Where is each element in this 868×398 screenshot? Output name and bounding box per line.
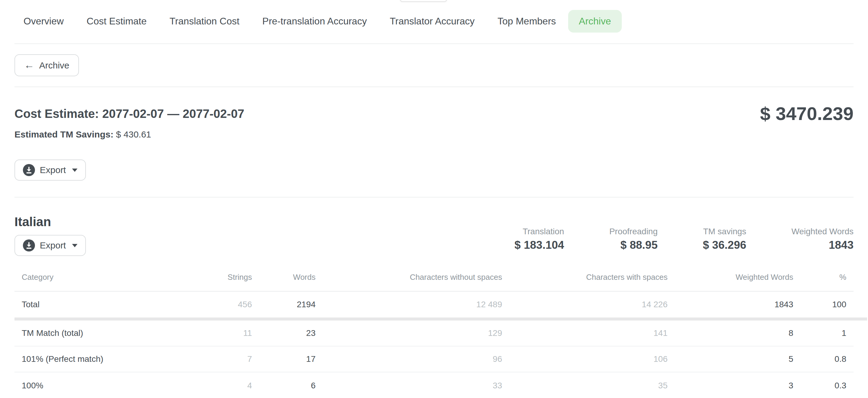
stat-value: 1843 [792, 239, 854, 252]
tab-translation-cost[interactable]: Translation Cost [159, 10, 250, 33]
cell-words: 2194 [252, 300, 315, 309]
cell-chars-without-spaces: 12 489 [315, 300, 502, 309]
cell-chars-without-spaces: 33 [315, 381, 502, 391]
stat-label: Proofreading [610, 226, 658, 237]
column-header-percent: % [793, 256, 854, 291]
cell-category: Total [14, 300, 183, 309]
language-stats: Translation $ 183.104 Proofreading $ 88.… [515, 226, 854, 252]
report-header: Cost Estimate: 2077-02-07 — 2077-02-07 E… [14, 87, 854, 181]
column-header-category: Category [14, 256, 183, 291]
tooltip-remnant [400, 0, 447, 2]
tab-top-members[interactable]: Top Members [487, 10, 567, 33]
stat-label: TM savings [703, 226, 746, 237]
report-export-button[interactable]: Export [14, 159, 86, 181]
cell-chars-with-spaces: 14 226 [502, 300, 668, 309]
cell-percent: 100 [793, 300, 854, 309]
stat-tm-savings: TM savings $ 36.296 [703, 226, 746, 252]
table-row-100: 100% 4 6 33 35 3 0.3 [14, 372, 854, 398]
chevron-down-icon [72, 244, 78, 247]
tab-overview[interactable]: Overview [13, 10, 74, 33]
report-tabs: Overview Cost Estimate Translation Cost … [0, 0, 868, 33]
table-row-101-perfect-match: 101% (Perfect match) 7 17 96 106 5 0.8 [14, 346, 854, 372]
tm-savings-line: Estimated TM Savings: $ 430.61 [14, 129, 244, 140]
back-to-archive-button[interactable]: ← Archive [14, 54, 79, 76]
table-row-tm-match-total: TM Match (total) 11 23 129 141 8 1 [14, 320, 854, 346]
cell-strings: 7 [183, 354, 252, 364]
table-header-row: Category Strings Words Characters withou… [14, 256, 854, 292]
cell-percent: 1 [793, 328, 854, 338]
cell-category: 101% (Perfect match) [14, 354, 183, 364]
tab-archive[interactable]: Archive [568, 10, 622, 33]
language-export-button[interactable]: Export [14, 235, 86, 256]
language-section: Italian Export Translation $ 183.104 Pro… [14, 197, 854, 256]
cell-weighted-words: 1843 [668, 300, 793, 309]
export-button-label: Export [40, 165, 66, 175]
language-header-left: Italian Export [14, 197, 86, 256]
cell-words: 17 [252, 354, 315, 364]
cell-percent: 0.8 [793, 354, 854, 364]
chevron-down-icon [72, 169, 78, 172]
column-header-strings: Strings [183, 256, 252, 291]
column-header-words: Words [252, 256, 315, 291]
column-header-chars-without-spaces: Characters without spaces [315, 256, 502, 291]
cell-weighted-words: 5 [668, 354, 793, 364]
cell-category: 100% [14, 381, 183, 391]
section-separator-band [14, 317, 867, 320]
arrow-left-icon: ← [24, 60, 34, 70]
tab-pre-translation-accuracy[interactable]: Pre-translation Accuracy [251, 10, 378, 33]
download-circle-icon [23, 164, 35, 176]
tabs-divider [14, 43, 854, 44]
cell-chars-without-spaces: 96 [315, 354, 502, 364]
tab-translator-accuracy[interactable]: Translator Accuracy [379, 10, 486, 33]
cell-chars-with-spaces: 106 [502, 354, 668, 364]
stat-translation: Translation $ 183.104 [515, 226, 564, 252]
cell-strings: 4 [183, 381, 252, 391]
export-button-label: Export [40, 240, 66, 250]
tm-savings-value: $ 430.61 [116, 129, 151, 139]
report-header-left: Cost Estimate: 2077-02-07 — 2077-02-07 E… [14, 87, 244, 181]
cell-words: 23 [252, 328, 315, 338]
cell-chars-with-spaces: 141 [502, 328, 668, 338]
cell-weighted-words: 8 [668, 328, 793, 338]
stat-value: $ 183.104 [515, 239, 564, 252]
tm-savings-label: Estimated TM Savings: [14, 129, 113, 139]
stat-label: Translation [515, 226, 564, 237]
cost-breakdown-table: Category Strings Words Characters withou… [14, 256, 854, 398]
table-row-total: Total 456 2194 12 489 14 226 1843 100 [14, 292, 854, 317]
stat-value: $ 36.296 [703, 239, 746, 252]
cell-chars-without-spaces: 129 [315, 328, 502, 338]
tab-cost-estimate[interactable]: Cost Estimate [76, 10, 157, 33]
report-title: Cost Estimate: 2077-02-07 — 2077-02-07 [14, 106, 244, 121]
stat-weighted-words: Weighted Words 1843 [792, 226, 854, 252]
stat-value: $ 88.95 [610, 239, 658, 252]
stat-label: Weighted Words [792, 226, 854, 237]
cell-chars-with-spaces: 35 [502, 381, 668, 391]
total-price: $ 3470.239 [760, 103, 854, 124]
download-circle-icon [23, 239, 35, 251]
cell-strings: 456 [183, 300, 252, 309]
back-button-label: Archive [39, 60, 69, 70]
column-header-chars-with-spaces: Characters with spaces [502, 256, 668, 291]
cell-weighted-words: 3 [668, 381, 793, 391]
column-header-weighted-words: Weighted Words [668, 256, 793, 291]
cell-percent: 0.3 [793, 381, 854, 391]
stat-proofreading: Proofreading $ 88.95 [610, 226, 658, 252]
cell-strings: 11 [183, 328, 252, 338]
archive-toolbar: ← Archive [14, 54, 854, 76]
language-name: Italian [14, 214, 86, 229]
cell-words: 6 [252, 381, 315, 391]
cell-category: TM Match (total) [14, 328, 183, 338]
